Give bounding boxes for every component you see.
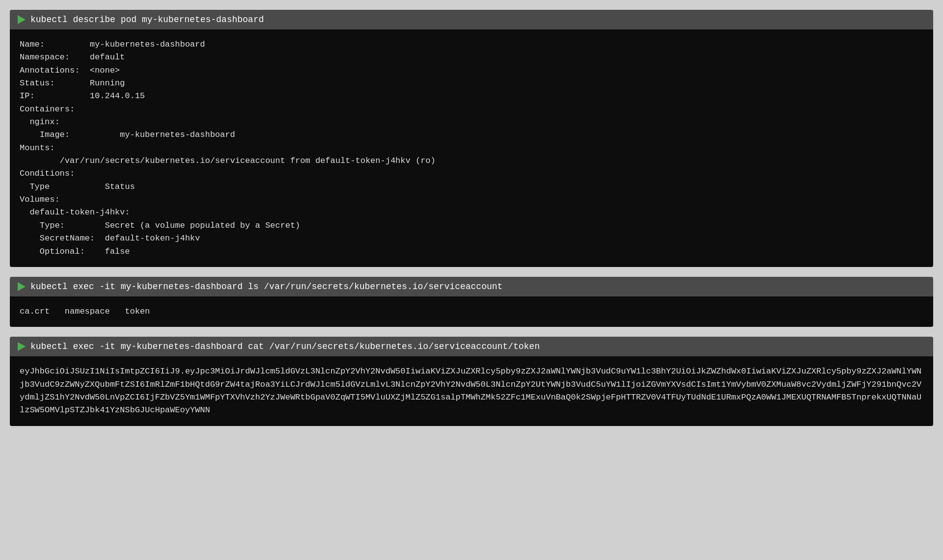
play-icon [18, 342, 26, 351]
command-text: kubectl describe pod my-kubernetes-dashb… [30, 15, 264, 25]
terminal-block-describe-pod: kubectl describe pod my-kubernetes-dashb… [10, 10, 933, 267]
terminal-block-exec-ls: kubectl exec -it my-kubernetes-dashboard… [10, 277, 933, 327]
command-text: kubectl exec -it my-kubernetes-dashboard… [30, 342, 540, 351]
play-icon [18, 282, 26, 291]
terminal-block-exec-cat-token: kubectl exec -it my-kubernetes-dashboard… [10, 337, 933, 426]
app-container: kubectl describe pod my-kubernetes-dashb… [10, 10, 933, 426]
command-bar: kubectl describe pod my-kubernetes-dashb… [10, 10, 933, 29]
command-text: kubectl exec -it my-kubernetes-dashboard… [30, 282, 502, 292]
command-bar: kubectl exec -it my-kubernetes-dashboard… [10, 337, 933, 356]
output-area: ca.crt namespace token [10, 296, 933, 327]
command-bar: kubectl exec -it my-kubernetes-dashboard… [10, 277, 933, 296]
play-icon [18, 15, 26, 24]
output-area: eyJhbGciOiJSUzI1NiIsImtpZCI6IiJ9.eyJpc3M… [10, 356, 933, 426]
output-area: Name: my-kubernetes-dashboard Namespace:… [10, 29, 933, 267]
